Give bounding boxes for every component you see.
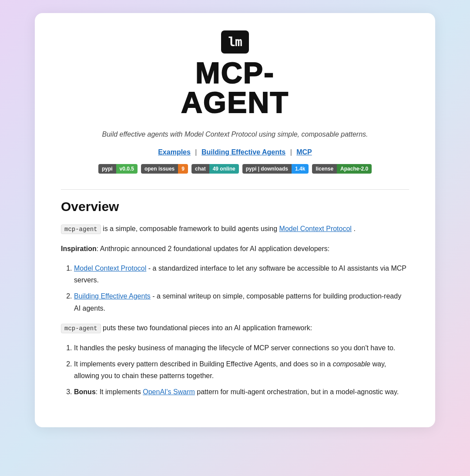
- mcp-agent-code-2: mcp-agent: [61, 324, 101, 333]
- list-item-2: Building Effective Agents - a seminal wr…: [74, 290, 409, 314]
- separator-2: |: [290, 148, 292, 156]
- list-1: Model Context Protocol - a standardized …: [61, 262, 409, 314]
- puts-paragraph: mcp-agent puts these two foundational pi…: [61, 322, 409, 334]
- logo-area: lm MCP- AGENT: [61, 30, 409, 117]
- list-2: It handles the pesky business of managin…: [61, 342, 409, 398]
- list2-item-2: It implements every pattern described in…: [74, 358, 409, 382]
- inspiration-paragraph: Inspiration: Anthropic announced 2 found…: [61, 243, 409, 255]
- badge-open-issues[interactable]: open issues 9: [141, 164, 188, 174]
- mcp-link[interactable]: MCP: [296, 148, 312, 156]
- badge-pypi-right: v0.0.5: [116, 164, 138, 174]
- logo-icon: lm: [221, 30, 249, 54]
- badge-issues-right: 9: [178, 164, 188, 174]
- inspiration-label: Inspiration: [61, 245, 97, 252]
- logo-title: MCP- AGENT: [181, 58, 289, 117]
- building-agents-link[interactable]: Building Effective Agents: [201, 148, 285, 156]
- badge-license[interactable]: license Apache-2.0: [312, 164, 372, 174]
- badge-pypi-left: pypi: [98, 164, 116, 174]
- list2-item-1-text: It handles the pesky business of managin…: [74, 344, 395, 352]
- badge-pypi-version[interactable]: pypi v0.0.5: [98, 164, 138, 174]
- overview-intro: mcp-agent is a simple, composable framew…: [61, 223, 409, 235]
- badge-issues-left: open issues: [141, 164, 178, 174]
- badge-downloads[interactable]: pypi | downloads 1.4k: [242, 164, 309, 174]
- model-context-protocol-link-1[interactable]: Model Context Protocol: [279, 225, 352, 232]
- badge-license-right: Apache-2.0: [337, 164, 372, 174]
- intro-text: is a simple, composable framework to bui…: [103, 225, 279, 232]
- links-row: Examples | Building Effective Agents | M…: [61, 148, 409, 156]
- list2-item-1: It handles the pesky business of managin…: [74, 342, 409, 354]
- intro-end: .: [353, 225, 355, 232]
- badge-license-left: license: [312, 164, 337, 174]
- logo-line2: AGENT: [181, 86, 289, 119]
- openai-swarm-link[interactable]: OpenAI's Swarm: [143, 388, 195, 396]
- section-divider: [61, 189, 409, 190]
- list-item-1: Model Context Protocol - a standardized …: [74, 262, 409, 286]
- inspiration-text: : Anthropic announced 2 foundational upd…: [97, 245, 330, 252]
- list2-item-2-text: It implements every pattern described in…: [74, 360, 386, 379]
- examples-link[interactable]: Examples: [158, 148, 191, 156]
- badge-downloads-right: 1.4k: [292, 164, 309, 174]
- badge-downloads-left: pypi | downloads: [242, 164, 292, 174]
- list2-item-3: Bonus: It implements OpenAI's Swarm patt…: [74, 386, 409, 398]
- puts-text: puts these two foundational pieces into …: [103, 324, 312, 332]
- main-card: lm MCP- AGENT Build effective agents wit…: [35, 13, 435, 427]
- badges-row: pypi v0.0.5 open issues 9 chat 49 online…: [61, 164, 409, 174]
- badge-chat-left: chat: [191, 164, 209, 174]
- mcp-agent-code-1: mcp-agent: [61, 225, 101, 234]
- badge-chat-right: 49 online: [209, 164, 239, 174]
- list2-item-3-text: Bonus: It implements OpenAI's Swarm patt…: [74, 388, 399, 396]
- mcp-link-list[interactable]: Model Context Protocol: [74, 265, 146, 272]
- badge-chat[interactable]: chat 49 online: [191, 164, 239, 174]
- building-agents-link-list[interactable]: Building Effective Agents: [74, 292, 151, 300]
- separator-1: |: [195, 148, 197, 156]
- logo-line1: MCP-: [195, 56, 275, 89]
- subtitle: Build effective agents with Model Contex…: [61, 129, 409, 140]
- overview-heading: Overview: [61, 199, 409, 214]
